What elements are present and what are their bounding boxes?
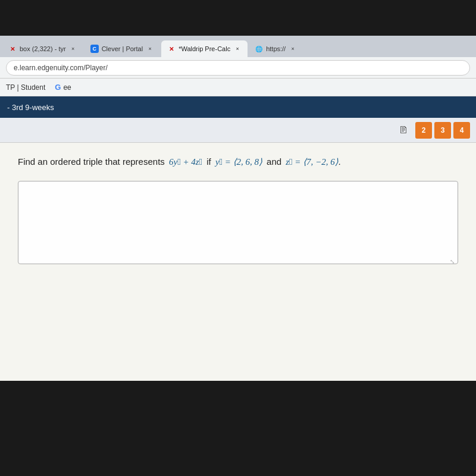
question-expression: 6y⃗ + 4z⃗ (167, 157, 204, 167)
main-content: Find an ordered triple that represents 6… (0, 143, 476, 381)
tab-bar: ✕ box (2,322) - tyr × C Clever | Portal … (0, 36, 476, 57)
tab-label-https: https:// (266, 45, 286, 52)
page-btn-4[interactable]: 4 (453, 122, 470, 139)
tab-favicon-waldrip: ✕ (167, 45, 176, 53)
question-text-and: and (267, 156, 281, 167)
tab-close-https[interactable]: × (289, 45, 297, 53)
nav-bar: - 3rd 9-weeks (0, 96, 476, 118)
page-btn-2[interactable]: 2 (415, 122, 432, 139)
bookmark-tp-label: TP | Student (6, 83, 45, 92)
bookmark-tp-student[interactable]: TP | Student (6, 83, 45, 92)
tab-label-waldrip: *Waldrip Pre-Calc (178, 45, 230, 52)
address-input[interactable]: e.learn.edgenuity.com/Player/ (6, 60, 470, 76)
question-text-if: if (206, 156, 211, 167)
tab-waldrip[interactable]: ✕ *Waldrip Pre-Calc × (161, 40, 248, 57)
question-text-before: Find an ordered triple that represents (18, 156, 165, 167)
tab-close-waldrip[interactable]: × (233, 45, 242, 53)
question-period: . (339, 156, 341, 167)
tab-close-inbox[interactable]: × (69, 45, 77, 53)
photo-background-bottom (0, 381, 476, 476)
answer-box-container: ⤡ (18, 181, 458, 267)
folder-icon[interactable]: 🖹 (394, 122, 413, 139)
photo-background-top (0, 0, 476, 36)
google-icon: G (55, 83, 61, 92)
resize-handle-icon: ⤡ (450, 258, 456, 264)
question-text: Find an ordered triple that represents 6… (18, 155, 458, 169)
bookmark-google[interactable]: G ee (55, 83, 71, 92)
tab-label-inbox: box (2,322) - tyr (20, 45, 66, 52)
tab-favicon-x: ✕ (8, 45, 17, 53)
tab-https[interactable]: 🌐 https:// × (249, 40, 303, 57)
browser-chrome: ✕ box (2,322) - tyr × C Clever | Portal … (0, 36, 476, 96)
tab-favicon-clever: C (90, 45, 99, 53)
question-z-vector: z⃗ = ⟨7, −2, 6⟩ (284, 157, 338, 167)
answer-textarea[interactable] (18, 181, 458, 264)
bookmark-google-label: ee (63, 83, 71, 92)
nav-title: - 3rd 9-weeks (7, 103, 54, 112)
bookmarks-bar: TP | Student G ee (0, 79, 476, 96)
question-y-vector: y⃗ = ⟨2, 6, 8⟩ (214, 157, 264, 167)
tab-label-clever: Clever | Portal (102, 45, 143, 52)
tab-favicon-globe: 🌐 (255, 45, 263, 53)
pagination-row: 🖹 2 3 4 (0, 118, 476, 143)
tab-close-clever[interactable]: × (146, 45, 154, 53)
address-bar: e.learn.edgenuity.com/Player/ (0, 57, 476, 79)
tab-clever[interactable]: C Clever | Portal × (84, 40, 161, 57)
address-text: e.learn.edgenuity.com/Player/ (14, 64, 108, 72)
tab-inbox[interactable]: ✕ box (2,322) - tyr × (2, 40, 83, 57)
page-btn-3[interactable]: 3 (434, 122, 451, 139)
